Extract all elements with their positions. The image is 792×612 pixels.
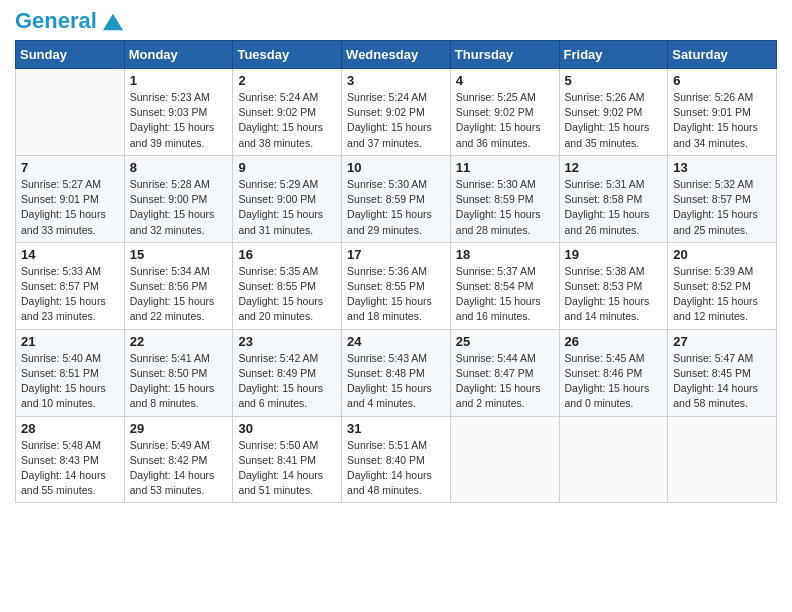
calendar-cell: 29Sunrise: 5:49 AM Sunset: 8:42 PM Dayli… [124, 416, 233, 503]
page-header: General [15, 10, 777, 32]
day-info: Sunrise: 5:33 AM Sunset: 8:57 PM Dayligh… [21, 264, 119, 325]
header-sunday: Sunday [16, 41, 125, 69]
day-number: 6 [673, 73, 771, 88]
day-number: 10 [347, 160, 445, 175]
day-number: 1 [130, 73, 228, 88]
calendar-cell: 20Sunrise: 5:39 AM Sunset: 8:52 PM Dayli… [668, 242, 777, 329]
header-friday: Friday [559, 41, 668, 69]
calendar-cell: 16Sunrise: 5:35 AM Sunset: 8:55 PM Dayli… [233, 242, 342, 329]
day-info: Sunrise: 5:41 AM Sunset: 8:50 PM Dayligh… [130, 351, 228, 412]
svg-marker-0 [103, 14, 123, 31]
calendar-cell: 23Sunrise: 5:42 AM Sunset: 8:49 PM Dayli… [233, 329, 342, 416]
day-info: Sunrise: 5:24 AM Sunset: 9:02 PM Dayligh… [347, 90, 445, 151]
calendar-cell: 27Sunrise: 5:47 AM Sunset: 8:45 PM Dayli… [668, 329, 777, 416]
day-number: 15 [130, 247, 228, 262]
calendar-cell: 18Sunrise: 5:37 AM Sunset: 8:54 PM Dayli… [450, 242, 559, 329]
day-info: Sunrise: 5:37 AM Sunset: 8:54 PM Dayligh… [456, 264, 554, 325]
calendar-cell: 24Sunrise: 5:43 AM Sunset: 8:48 PM Dayli… [342, 329, 451, 416]
day-number: 20 [673, 247, 771, 262]
day-info: Sunrise: 5:40 AM Sunset: 8:51 PM Dayligh… [21, 351, 119, 412]
calendar-header-row: SundayMondayTuesdayWednesdayThursdayFrid… [16, 41, 777, 69]
calendar-cell: 17Sunrise: 5:36 AM Sunset: 8:55 PM Dayli… [342, 242, 451, 329]
calendar-cell: 30Sunrise: 5:50 AM Sunset: 8:41 PM Dayli… [233, 416, 342, 503]
day-number: 17 [347, 247, 445, 262]
logo-general: General [15, 8, 97, 33]
calendar-cell: 22Sunrise: 5:41 AM Sunset: 8:50 PM Dayli… [124, 329, 233, 416]
calendar-cell: 14Sunrise: 5:33 AM Sunset: 8:57 PM Dayli… [16, 242, 125, 329]
calendar-cell: 4Sunrise: 5:25 AM Sunset: 9:02 PM Daylig… [450, 69, 559, 156]
calendar-cell: 12Sunrise: 5:31 AM Sunset: 8:58 PM Dayli… [559, 155, 668, 242]
calendar-cell: 28Sunrise: 5:48 AM Sunset: 8:43 PM Dayli… [16, 416, 125, 503]
header-thursday: Thursday [450, 41, 559, 69]
day-number: 12 [565, 160, 663, 175]
header-wednesday: Wednesday [342, 41, 451, 69]
day-number: 27 [673, 334, 771, 349]
calendar-cell: 3Sunrise: 5:24 AM Sunset: 9:02 PM Daylig… [342, 69, 451, 156]
calendar-week-row: 7Sunrise: 5:27 AM Sunset: 9:01 PM Daylig… [16, 155, 777, 242]
day-number: 31 [347, 421, 445, 436]
calendar-cell: 15Sunrise: 5:34 AM Sunset: 8:56 PM Dayli… [124, 242, 233, 329]
calendar-cell [668, 416, 777, 503]
calendar-cell: 5Sunrise: 5:26 AM Sunset: 9:02 PM Daylig… [559, 69, 668, 156]
day-number: 8 [130, 160, 228, 175]
day-number: 7 [21, 160, 119, 175]
day-number: 13 [673, 160, 771, 175]
calendar-week-row: 1Sunrise: 5:23 AM Sunset: 9:03 PM Daylig… [16, 69, 777, 156]
day-number: 26 [565, 334, 663, 349]
calendar-cell: 10Sunrise: 5:30 AM Sunset: 8:59 PM Dayli… [342, 155, 451, 242]
day-info: Sunrise: 5:27 AM Sunset: 9:01 PM Dayligh… [21, 177, 119, 238]
day-number: 19 [565, 247, 663, 262]
day-number: 9 [238, 160, 336, 175]
day-info: Sunrise: 5:51 AM Sunset: 8:40 PM Dayligh… [347, 438, 445, 499]
calendar-cell: 2Sunrise: 5:24 AM Sunset: 9:02 PM Daylig… [233, 69, 342, 156]
calendar-cell: 9Sunrise: 5:29 AM Sunset: 9:00 PM Daylig… [233, 155, 342, 242]
day-info: Sunrise: 5:38 AM Sunset: 8:53 PM Dayligh… [565, 264, 663, 325]
day-number: 11 [456, 160, 554, 175]
day-number: 24 [347, 334, 445, 349]
logo-icon [103, 13, 123, 31]
calendar-cell: 19Sunrise: 5:38 AM Sunset: 8:53 PM Dayli… [559, 242, 668, 329]
calendar-cell [559, 416, 668, 503]
calendar-cell [16, 69, 125, 156]
day-number: 2 [238, 73, 336, 88]
day-info: Sunrise: 5:50 AM Sunset: 8:41 PM Dayligh… [238, 438, 336, 499]
day-info: Sunrise: 5:48 AM Sunset: 8:43 PM Dayligh… [21, 438, 119, 499]
calendar-cell: 21Sunrise: 5:40 AM Sunset: 8:51 PM Dayli… [16, 329, 125, 416]
logo: General [15, 10, 123, 32]
day-info: Sunrise: 5:49 AM Sunset: 8:42 PM Dayligh… [130, 438, 228, 499]
calendar-cell: 1Sunrise: 5:23 AM Sunset: 9:03 PM Daylig… [124, 69, 233, 156]
day-info: Sunrise: 5:28 AM Sunset: 9:00 PM Dayligh… [130, 177, 228, 238]
calendar-week-row: 28Sunrise: 5:48 AM Sunset: 8:43 PM Dayli… [16, 416, 777, 503]
calendar-cell: 25Sunrise: 5:44 AM Sunset: 8:47 PM Dayli… [450, 329, 559, 416]
header-tuesday: Tuesday [233, 41, 342, 69]
day-number: 5 [565, 73, 663, 88]
calendar-cell: 31Sunrise: 5:51 AM Sunset: 8:40 PM Dayli… [342, 416, 451, 503]
day-number: 28 [21, 421, 119, 436]
day-info: Sunrise: 5:31 AM Sunset: 8:58 PM Dayligh… [565, 177, 663, 238]
day-number: 25 [456, 334, 554, 349]
day-number: 22 [130, 334, 228, 349]
day-info: Sunrise: 5:25 AM Sunset: 9:02 PM Dayligh… [456, 90, 554, 151]
calendar-cell: 7Sunrise: 5:27 AM Sunset: 9:01 PM Daylig… [16, 155, 125, 242]
calendar-week-row: 14Sunrise: 5:33 AM Sunset: 8:57 PM Dayli… [16, 242, 777, 329]
calendar-cell: 13Sunrise: 5:32 AM Sunset: 8:57 PM Dayli… [668, 155, 777, 242]
day-info: Sunrise: 5:47 AM Sunset: 8:45 PM Dayligh… [673, 351, 771, 412]
day-info: Sunrise: 5:45 AM Sunset: 8:46 PM Dayligh… [565, 351, 663, 412]
day-info: Sunrise: 5:24 AM Sunset: 9:02 PM Dayligh… [238, 90, 336, 151]
header-saturday: Saturday [668, 41, 777, 69]
calendar-week-row: 21Sunrise: 5:40 AM Sunset: 8:51 PM Dayli… [16, 329, 777, 416]
day-info: Sunrise: 5:35 AM Sunset: 8:55 PM Dayligh… [238, 264, 336, 325]
day-info: Sunrise: 5:34 AM Sunset: 8:56 PM Dayligh… [130, 264, 228, 325]
day-info: Sunrise: 5:32 AM Sunset: 8:57 PM Dayligh… [673, 177, 771, 238]
calendar-cell: 11Sunrise: 5:30 AM Sunset: 8:59 PM Dayli… [450, 155, 559, 242]
day-number: 21 [21, 334, 119, 349]
day-number: 3 [347, 73, 445, 88]
header-monday: Monday [124, 41, 233, 69]
calendar-cell: 8Sunrise: 5:28 AM Sunset: 9:00 PM Daylig… [124, 155, 233, 242]
day-info: Sunrise: 5:29 AM Sunset: 9:00 PM Dayligh… [238, 177, 336, 238]
day-info: Sunrise: 5:36 AM Sunset: 8:55 PM Dayligh… [347, 264, 445, 325]
day-number: 29 [130, 421, 228, 436]
day-info: Sunrise: 5:23 AM Sunset: 9:03 PM Dayligh… [130, 90, 228, 151]
logo-text: General [15, 10, 123, 32]
day-info: Sunrise: 5:30 AM Sunset: 8:59 PM Dayligh… [347, 177, 445, 238]
